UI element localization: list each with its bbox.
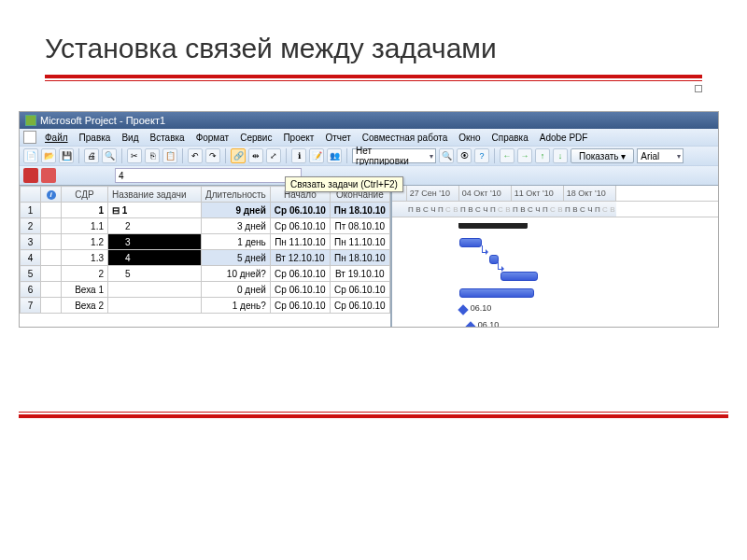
cell-sdr[interactable]: 2 (62, 266, 108, 282)
cell-end[interactable]: Вт 19.10.10 (330, 266, 389, 282)
cell-start[interactable]: Ср 06.10.10 (270, 298, 330, 314)
arrow-left-icon[interactable]: ← (500, 148, 514, 163)
table-row[interactable]: 31.231 деньПн 11.10.10Пн 11.10.10 (21, 234, 390, 250)
cell-duration[interactable]: 9 дней (202, 203, 271, 218)
task-bar[interactable] (500, 272, 538, 281)
show-button[interactable]: Показать ▾ (571, 148, 634, 163)
table-row[interactable]: 6Веха 10 днейСр 06.10.10Ср 06.10.10 (21, 282, 390, 298)
cell-start[interactable]: Ср 06.10.10 (270, 282, 330, 298)
pdf-mail-icon[interactable] (41, 168, 56, 183)
cell-duration[interactable]: 3 дней (202, 218, 271, 234)
new-icon[interactable]: 📄 (23, 148, 38, 163)
copy-icon[interactable]: ⎘ (145, 148, 160, 163)
cell-name[interactable]: 2 (108, 218, 202, 234)
menu-tools[interactable]: Сервис (235, 132, 276, 144)
cell-start[interactable]: Ср 06.10.10 (270, 203, 330, 218)
cell-name[interactable] (108, 282, 202, 298)
menu-window[interactable]: Окно (454, 132, 485, 144)
menu-help[interactable]: Справка (487, 132, 533, 144)
cell-end[interactable]: Пн 11.10.10 (330, 234, 389, 250)
undo-icon[interactable]: ↶ (188, 148, 203, 163)
row-number[interactable]: 3 (21, 234, 41, 250)
cell-info[interactable] (41, 282, 62, 298)
table-row[interactable]: 11⊟ 19 днейСр 06.10.10Пн 18.10.10 (21, 203, 390, 218)
cell-name[interactable]: 5 (108, 266, 202, 282)
menu-report[interactable]: Отчет (320, 132, 355, 144)
cell-duration[interactable]: 0 дней (202, 282, 271, 298)
task-bar[interactable] (459, 288, 534, 298)
col-rownum[interactable] (21, 187, 41, 203)
menu-insert[interactable]: Вставка (145, 132, 189, 144)
row-number[interactable]: 7 (21, 298, 41, 314)
gantt-chart[interactable]: 27 Сен '1004 Окт '1011 Окт '1018 Окт '10… (390, 186, 718, 327)
preview-icon[interactable]: 🔍 (102, 148, 117, 163)
assign-icon[interactable]: 👥 (327, 148, 342, 163)
table-row[interactable]: 52510 дней?Ср 06.10.10Вт 19.10.10 (21, 266, 390, 282)
task-grid[interactable]: i СДР Название задачи Длительность Начал… (20, 186, 390, 327)
arrow-up-icon[interactable]: ↑ (535, 148, 550, 163)
col-duration[interactable]: Длительность (202, 187, 271, 203)
group-combo[interactable]: Нет группировки (352, 148, 436, 163)
menu-adobe-pdf[interactable]: Adobe PDF (535, 132, 593, 144)
cell-start[interactable]: Ср 06.10.10 (270, 218, 330, 234)
row-number[interactable]: 2 (21, 218, 41, 234)
cell-sdr[interactable]: Веха 1 (62, 282, 108, 298)
cell-sdr[interactable]: 1.1 (62, 218, 108, 234)
cell-end[interactable]: Ср 06.10.10 (330, 298, 389, 314)
table-row[interactable]: 7Веха 21 день?Ср 06.10.10Ср 06.10.10 (21, 298, 390, 314)
cell-info[interactable] (41, 234, 62, 250)
menu-format[interactable]: Формат (191, 132, 234, 144)
redo-icon[interactable]: ↷ (205, 148, 220, 163)
milestone-icon[interactable] (465, 321, 475, 327)
cell-end[interactable]: Пн 18.10.10 (330, 203, 389, 218)
open-icon[interactable]: 📂 (41, 148, 56, 163)
split-task-icon[interactable]: ⤢ (266, 148, 281, 163)
cell-duration[interactable]: 1 день (202, 234, 271, 250)
cell-info[interactable] (41, 250, 62, 266)
cell-duration[interactable]: 10 дней? (202, 266, 271, 282)
arrow-right-icon[interactable]: → (517, 148, 532, 163)
font-combo[interactable]: Arial (637, 148, 684, 163)
milestone-icon[interactable] (458, 304, 468, 315)
print-icon[interactable]: 🖨 (84, 148, 99, 163)
save-icon[interactable]: 💾 (59, 148, 74, 163)
info-icon[interactable]: ℹ (291, 148, 306, 163)
col-sdr[interactable]: СДР (62, 187, 108, 203)
cell-name[interactable]: 3 (108, 234, 202, 250)
cell-name[interactable]: ⊟ 1 (108, 203, 202, 218)
zoom-icon[interactable]: 🔍 (439, 148, 454, 163)
table-row[interactable]: 41.345 днейВт 12.10.10Пн 18.10.10 (21, 250, 390, 266)
cell-info[interactable] (41, 266, 62, 282)
cell-end[interactable]: Ср 06.10.10 (330, 282, 389, 298)
unlink-tasks-icon[interactable]: ⇹ (248, 148, 263, 163)
col-name[interactable]: Название задачи (108, 187, 202, 203)
entry-bar[interactable]: 4 (115, 168, 302, 183)
task-bar[interactable] (459, 238, 482, 247)
cell-name[interactable]: 4 (108, 250, 202, 266)
cell-sdr[interactable]: 1.3 (62, 250, 108, 266)
cell-info[interactable] (41, 298, 62, 314)
notes-icon[interactable]: 📝 (309, 148, 324, 163)
cell-name[interactable] (108, 298, 202, 314)
menu-file[interactable]: Файл (40, 132, 73, 144)
cell-duration[interactable]: 5 дней (202, 250, 271, 266)
row-number[interactable]: 4 (21, 250, 41, 266)
menu-project[interactable]: Проект (278, 132, 318, 144)
cell-sdr[interactable]: 1.2 (62, 234, 108, 250)
cell-start[interactable]: Ср 06.10.10 (270, 266, 330, 282)
cut-icon[interactable]: ✂ (127, 148, 142, 163)
cell-end[interactable]: Пн 18.10.10 (330, 250, 389, 266)
col-info[interactable]: i (41, 187, 62, 203)
cell-sdr[interactable]: 1 (62, 203, 108, 218)
cell-end[interactable]: Пт 08.10.10 (330, 218, 389, 234)
cell-duration[interactable]: 1 день? (202, 298, 271, 314)
menubar[interactable]: Файл Правка Вид Вставка Формат Сервис Пр… (20, 129, 718, 146)
document-icon[interactable] (23, 131, 36, 144)
row-number[interactable]: 6 (21, 282, 41, 298)
summary-bar[interactable] (459, 223, 527, 229)
menu-collab[interactable]: Совместная работа (358, 132, 453, 144)
arrow-down-icon[interactable]: ↓ (553, 148, 568, 163)
cell-info[interactable] (41, 203, 62, 218)
menu-view[interactable]: Вид (117, 132, 143, 144)
menu-edit[interactable]: Правка (75, 132, 116, 144)
